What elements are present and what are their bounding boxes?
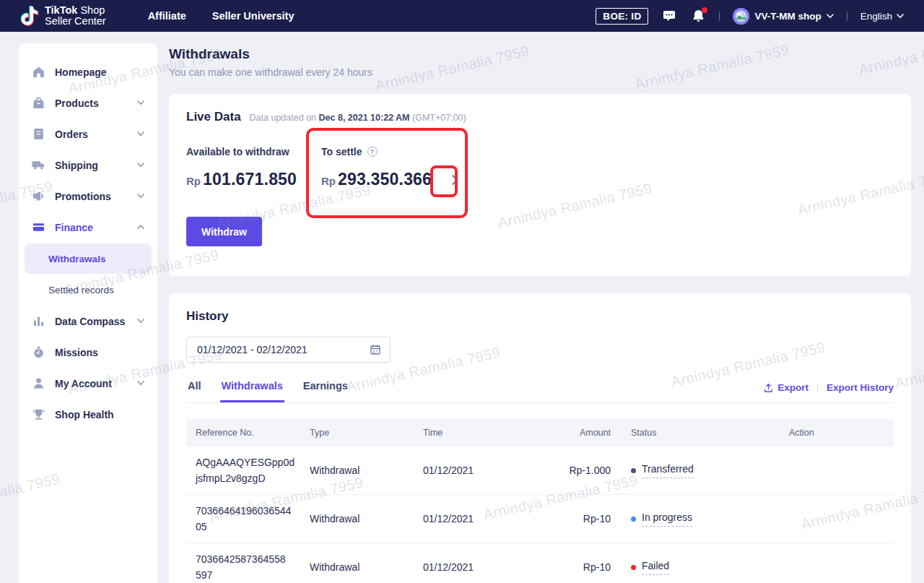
history-title: History [186,309,894,324]
sidebar-item-data-compass[interactable]: Data Compass [19,306,157,337]
status-badge[interactable]: Transferred [642,463,694,478]
shop-switcher[interactable]: VV-T-MM shop [733,8,833,25]
chevron-up-icon [137,225,144,230]
topbar-right: BOE: ID VV-T-MM shop English [596,8,904,25]
time-cell: 01/12/2021 [414,561,527,573]
chevron-down-icon [897,14,904,19]
upload-icon [764,383,773,393]
updated-prefix: Data updated on [250,113,316,123]
sidebar-item-label: Shipping [55,160,98,171]
divider [817,384,818,392]
sidebar-subitem-label: Settled records [48,285,114,295]
type-cell: Withdrawal [300,561,414,573]
status-cell: Failed [611,560,782,575]
sidebar-item-promotions[interactable]: Promotions [19,181,157,212]
chevron-down-icon [137,319,144,324]
status-badge[interactable]: Failed [642,560,669,575]
date-range-picker[interactable]: 01/12/2021 - 02/12/2021 [186,337,391,363]
tab-all[interactable]: All [186,374,203,402]
updated-timezone: (GMT+07:00) [412,113,466,123]
data-compass-chart-icon [32,314,45,328]
nav-seller-university[interactable]: Seller University [212,10,295,22]
brand-line1-light: Shop [80,4,105,16]
sidebar: Homepage Products Orders Shipping Promot… [19,43,157,583]
language-selector[interactable]: English [860,11,904,22]
sidebar-item-homepage[interactable]: Homepage [19,56,157,87]
chat-icon[interactable] [661,8,677,24]
type-cell: Withdrawal [300,513,414,524]
column-time: Time [414,428,527,438]
sidebar-item-label: Orders [55,129,88,140]
history-tabs: All Withdrawals Earnings Export Export H… [186,374,894,403]
chevron-down-icon [137,100,144,105]
chevron-down-icon [137,381,144,386]
to-settle-block: To settle Rp 293.350.366 [321,146,463,189]
sidebar-subitem-settled-records[interactable]: Settled records [25,275,152,305]
currency-label: Rp [186,175,201,187]
chevron-down-icon [137,163,144,168]
withdrawals-page: TikTok Shop Seller Center Affiliate Sell… [0,0,924,583]
available-amount: Rp 101.671.850 [186,170,321,189]
currency-label: Rp [321,175,336,187]
column-reference: Reference No. [186,428,300,438]
updated-time: Dec 8, 2021 10:22 AM [319,113,410,123]
to-settle-label: To settle [321,146,362,157]
tab-withdrawals[interactable]: Withdrawals [220,374,284,402]
sidebar-item-shipping[interactable]: Shipping [19,150,157,181]
live-data-updated: Data updated on Dec 8, 2021 10:22 AM (GM… [250,113,466,123]
status-dot [631,565,636,570]
sidebar-item-label: Products [55,98,99,109]
status-badge[interactable]: In progress [642,511,692,527]
reference-line2: jsfmpL2v8gzgD [196,472,266,484]
to-settle-amount: Rp 293.350.366 [321,170,463,189]
brand-line1-bold: TikTok [45,4,77,16]
reference-line1: 70366464196036544 [196,505,291,517]
export-zone: Export Export History [764,382,894,402]
brand-text: TikTok Shop Seller Center [45,5,106,27]
time-cell: 01/12/2021 [414,465,527,476]
type-cell: Withdrawal [300,465,414,476]
sidebar-item-my-account[interactable]: My Account [19,368,157,399]
sidebar-item-missions[interactable]: Missions [19,337,157,368]
reference-line1: 7036642587364558 [196,553,286,565]
live-data-card: Live Data Data updated on Dec 8, 2021 10… [169,94,911,276]
home-icon [32,65,45,79]
shop-name: VV-T-MM shop [754,11,821,22]
main-content: Withdrawals You can make one withdrawal … [169,32,911,583]
bell-icon[interactable] [690,8,706,24]
to-settle-detail-chevron-icon[interactable] [447,172,463,188]
withdraw-button[interactable]: Withdraw [186,217,262,246]
tab-earnings[interactable]: Earnings [302,374,349,402]
promotions-megaphone-icon [32,189,45,203]
nav-affiliate[interactable]: Affiliate [148,10,186,22]
divider [719,12,720,21]
available-amount-value: 101.671.850 [203,170,297,189]
amount-cell: Rp-10 [527,561,611,573]
chevron-down-icon [137,194,144,199]
amount-cell: Rp-1.000 [527,465,611,476]
export-history-button[interactable]: Export History [827,382,894,393]
sidebar-item-label: My Account [55,378,112,389]
products-bag-icon [32,96,45,110]
status-cell: In progress [611,511,782,527]
time-cell: 01/12/2021 [414,513,527,524]
reference-cell: 7036642587364558 597 [186,551,300,583]
sidebar-item-products[interactable]: Products [19,87,157,118]
sidebar-item-orders[interactable]: Orders [19,118,157,150]
reference-line2: 05 [196,521,207,532]
reference-cell: AQgAAAQYESGpp0d jsfmpL2v8gzgD [186,454,300,486]
table-row: 7036642587364558 597 Withdrawal 01/12/20… [186,543,894,583]
sidebar-item-shop-health[interactable]: Shop Health [19,399,157,430]
shipping-truck-icon [32,158,45,172]
sidebar-subitem-withdrawals[interactable]: Withdrawals [25,243,152,274]
orders-doc-icon [32,127,45,141]
sidebar-item-label: Missions [55,347,98,358]
brand-logo[interactable]: TikTok Shop Seller Center [20,5,106,27]
help-icon[interactable] [367,147,378,157]
live-data-header: Live Data Data updated on Dec 8, 2021 10… [186,110,894,124]
export-button[interactable]: Export [764,382,808,393]
sidebar-item-finance[interactable]: Finance [19,212,157,243]
divider [847,12,847,21]
table-header-row: Reference No. Type Time Amount Status Ac… [186,419,894,446]
available-label: Available to withdraw [186,146,321,157]
